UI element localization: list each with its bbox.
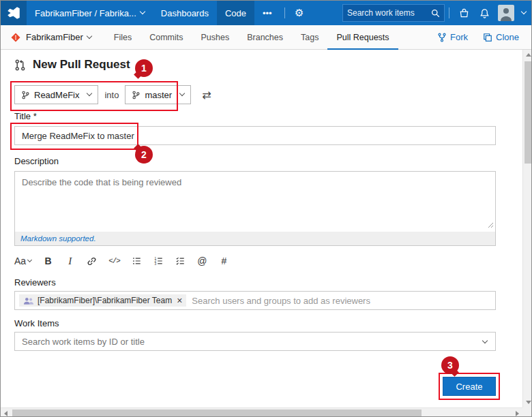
bullet-list-button[interactable] <box>132 254 142 268</box>
menu-code-label: Code <box>225 8 246 18</box>
notifications-bell-icon[interactable] <box>474 1 494 25</box>
scroll-down-arrow[interactable] <box>523 397 532 407</box>
scroll-up-arrow[interactable] <box>523 50 532 60</box>
reviewers-placeholder: Search users and groups to add as review… <box>192 296 370 306</box>
into-label: into <box>104 90 119 100</box>
create-button[interactable]: Create <box>443 377 496 396</box>
chevron-down-icon <box>87 91 92 96</box>
tab-commits[interactable]: Commits <box>141 25 192 50</box>
markdown-supported-link[interactable]: Markdown supported. <box>20 234 96 243</box>
profile-chevron-down-icon[interactable] <box>521 9 527 14</box>
search-icon[interactable] <box>431 9 440 18</box>
code-button[interactable]: </> <box>108 254 120 268</box>
vsts-logo-icon <box>7 6 20 20</box>
work-items-label: Work Items <box>14 318 59 328</box>
resize-handle[interactable] <box>488 220 494 230</box>
font-style-label: Aa <box>14 256 26 266</box>
work-items-input[interactable] <box>14 332 496 351</box>
app-window: FabrikamFiber / Fabrika... Dashboards Co… <box>0 0 532 417</box>
bold-button[interactable]: B <box>43 254 53 268</box>
tab-branches[interactable]: Branches <box>238 25 292 50</box>
scroll-right-arrow[interactable] <box>512 408 522 417</box>
menu-code[interactable]: Code <box>217 1 254 25</box>
link-icon <box>87 256 97 266</box>
tab-files[interactable]: Files <box>105 25 141 50</box>
divider <box>449 7 449 18</box>
horizontal-scrollbar-thumb[interactable] <box>12 410 422 417</box>
swap-branches-icon[interactable]: ⇄ <box>202 89 211 102</box>
clone-button[interactable]: Clone <box>483 32 519 42</box>
scrollbar-corner <box>522 407 532 417</box>
italic-button[interactable]: I <box>65 254 75 268</box>
menu-dashboards-label: Dashboards <box>161 8 209 18</box>
git-repo-icon <box>10 32 21 43</box>
markdown-footer: Markdown supported. <box>15 232 495 245</box>
reviewer-chip-label: [FabrikamFiber]\FabrikamFiber Team <box>38 296 172 305</box>
description-textarea[interactable] <box>15 172 495 232</box>
font-style-button[interactable]: Aa <box>14 254 31 268</box>
user-avatar[interactable] <box>498 5 514 21</box>
branch-icon <box>132 91 141 99</box>
team-people-icon <box>23 296 34 305</box>
numbered-list-button[interactable]: 1 2 3 <box>153 254 164 268</box>
chevron-down-icon <box>140 9 145 14</box>
callout-1-number: 1 <box>141 63 147 74</box>
reviewer-chip[interactable]: [FabrikamFiber]\FabrikamFiber Team × <box>19 294 186 307</box>
work-items-combo <box>14 332 496 351</box>
pull-request-icon <box>14 59 26 71</box>
task-list-button[interactable] <box>175 254 186 268</box>
vertical-scrollbar[interactable] <box>522 50 532 407</box>
callout-2-number: 2 <box>141 149 147 160</box>
scroll-left-arrow[interactable] <box>1 408 11 417</box>
repo-tabs: Files Commits Pushes Branches Tags Pull … <box>105 25 398 50</box>
vsts-logo[interactable] <box>1 1 27 25</box>
clone-label: Clone <box>496 32 519 42</box>
work-item-hashtag-button[interactable]: # <box>219 254 229 268</box>
marketplace-bag-icon[interactable] <box>454 1 474 25</box>
reviewers-label: Reviewers <box>14 277 56 288</box>
source-branch-label: ReadMeFix <box>34 90 79 100</box>
page-header: New Pull Request <box>14 58 130 72</box>
svg-text:3: 3 <box>154 262 156 266</box>
fork-button[interactable]: Fork <box>437 32 468 42</box>
clone-icon <box>483 33 492 42</box>
vertical-scrollbar-thumb[interactable] <box>524 61 532 164</box>
task-list-icon <box>175 256 186 266</box>
callout-2: 2 <box>135 146 153 164</box>
link-button[interactable] <box>87 254 97 268</box>
chevron-down-icon <box>87 33 92 38</box>
mention-button[interactable]: @ <box>197 254 207 268</box>
tab-pushes[interactable]: Pushes <box>192 25 239 50</box>
more-ellipsis-icon: ••• <box>263 8 272 18</box>
menu-more[interactable]: ••• <box>254 1 280 25</box>
page-title: New Pull Request <box>33 58 130 72</box>
project-selector-label: FabrikamFiber / Fabrika... <box>35 8 136 18</box>
repo-actions: Fork Clone <box>437 32 519 42</box>
fork-label: Fork <box>450 32 468 42</box>
title-label: Title * <box>14 111 37 121</box>
menu-dashboards[interactable]: Dashboards <box>153 1 217 25</box>
description-editor: Markdown supported. <box>14 171 496 246</box>
horizontal-scrollbar[interactable] <box>1 407 522 417</box>
title-input[interactable] <box>14 126 496 145</box>
repo-navigation-bar: FabrikamFiber Files Commits Pushes Branc… <box>1 25 532 50</box>
tab-pull-requests[interactable]: Pull Requests <box>327 25 398 50</box>
chevron-down-icon <box>27 257 32 262</box>
settings-gear-icon[interactable]: ⚙ <box>289 1 310 25</box>
search-box[interactable] <box>342 4 445 22</box>
tab-tags[interactable]: Tags <box>292 25 327 50</box>
target-branch-label: master <box>145 90 172 100</box>
search-input[interactable] <box>347 8 431 18</box>
gear-glyph: ⚙ <box>295 7 304 19</box>
repo-selector[interactable]: FabrikamFiber <box>26 32 91 42</box>
bullet-list-icon <box>132 256 142 266</box>
source-branch-selector[interactable]: ReadMeFix <box>14 85 98 104</box>
reviewers-input[interactable]: [FabrikamFiber]\FabrikamFiber Team × Sea… <box>14 291 496 310</box>
project-selector[interactable]: FabrikamFiber / Fabrika... <box>27 1 153 25</box>
fork-icon <box>437 33 447 42</box>
target-branch-selector[interactable]: master <box>125 85 191 104</box>
top-navigation-bar: FabrikamFiber / Fabrika... Dashboards Co… <box>1 1 532 25</box>
remove-reviewer-icon[interactable]: × <box>177 296 182 305</box>
description-label: Description <box>14 156 59 166</box>
divider <box>284 7 285 18</box>
